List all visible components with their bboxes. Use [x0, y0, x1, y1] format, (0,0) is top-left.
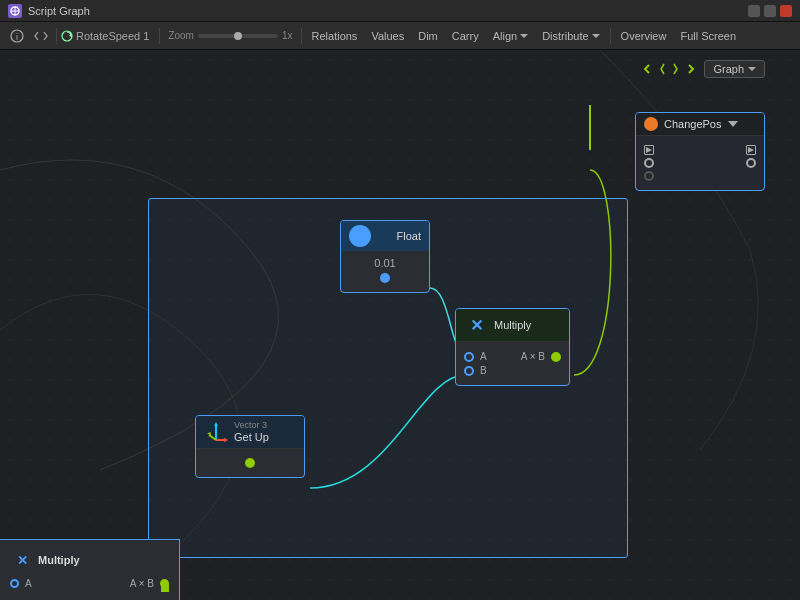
toolbar: i RotateSpeed 1 Zoom 1x Relations Values… [0, 22, 800, 50]
multiply-port-b-row: B [464, 365, 561, 376]
title-bar: Script Graph [0, 0, 800, 22]
changepos-flow-out[interactable] [746, 145, 756, 155]
node-multiply-header: ✕ Multiply [456, 309, 569, 342]
zoom-thumb [234, 32, 242, 40]
node-float-title: Float [397, 230, 421, 242]
minimize-button[interactable] [748, 5, 760, 17]
popup-port-a-row: A A × B [10, 578, 169, 589]
node-changepos-header: ChangePos [636, 113, 764, 136]
popup-multiply-icon: ✕ [10, 548, 34, 572]
toolbar-separator-3 [301, 28, 302, 44]
graph-nav-right[interactable] [680, 58, 702, 80]
overview-button[interactable]: Overview [615, 25, 673, 47]
popup-port-a[interactable] [10, 579, 19, 588]
rotate-speed-value: RotateSpeed 1 [76, 30, 149, 42]
window-title: Script Graph [28, 5, 90, 17]
changepos-icon [644, 117, 658, 131]
node-vector-header: Vector 3 Get Up [196, 416, 304, 449]
multiply-port-result-label: A × B [521, 351, 545, 362]
svg-marker-17 [728, 121, 738, 127]
svg-marker-7 [520, 34, 528, 38]
toolbar-separator-2 [159, 28, 160, 44]
svg-marker-8 [592, 34, 600, 38]
multiply-port-b-label: B [480, 365, 487, 376]
multiply-port-a-row: A A × B [464, 351, 561, 362]
vector-output-port[interactable] [245, 458, 255, 468]
app-icon [8, 4, 22, 18]
node-vector-body [196, 449, 304, 477]
toolbar-separator-1 [56, 28, 57, 44]
float-output-port[interactable] [380, 273, 390, 283]
popup-title: ✕ Multiply [10, 548, 169, 572]
vector-type-label: Vector 3 [234, 420, 269, 430]
svg-marker-12 [214, 422, 218, 426]
node-multiply-body: A A × B B [456, 342, 569, 385]
float-icon [349, 225, 371, 247]
chevron-down-icon [748, 65, 756, 73]
multiply-port-b-input[interactable] [464, 366, 474, 376]
node-float-header: Float [341, 221, 429, 251]
svg-marker-16 [207, 432, 211, 436]
zoom-value: 1x [282, 30, 293, 41]
node-popup: ✕ Multiply A A × B [0, 539, 180, 600]
code-button[interactable] [30, 25, 52, 47]
vector3-icon [204, 420, 228, 444]
graph-dropdown-label: Graph [713, 63, 744, 75]
zoom-slider[interactable] [198, 34, 278, 38]
multiply-port-a-label: A [480, 351, 487, 362]
toolbar-separator-4 [610, 28, 611, 44]
maximize-button[interactable] [764, 5, 776, 17]
svg-marker-18 [646, 147, 652, 153]
popup-green-dot [161, 584, 169, 592]
graph-area[interactable]: Graph Float 0.01 [0, 50, 800, 600]
fullscreen-button[interactable]: Full Screen [674, 25, 742, 47]
zoom-label: Zoom [168, 30, 194, 41]
changepos-extra-row [644, 171, 756, 181]
node-float-body: 0.01 [341, 251, 429, 292]
multiply-icon: ✕ [464, 313, 488, 337]
changepos-input-port[interactable] [644, 158, 654, 168]
changepos-input-row [644, 158, 756, 168]
window-controls [748, 5, 792, 17]
float-value: 0.01 [349, 257, 421, 269]
svg-text:i: i [16, 32, 18, 42]
node-vector-title: Get Up [234, 431, 269, 443]
align-button[interactable]: Align [487, 25, 534, 47]
svg-marker-19 [748, 147, 754, 153]
node-changepos[interactable]: ChangePos [635, 112, 765, 191]
dim-button[interactable]: Dim [412, 25, 444, 47]
node-changepos-body [636, 136, 764, 190]
svg-marker-9 [748, 67, 756, 71]
node-vector[interactable]: Vector 3 Get Up [195, 415, 305, 478]
changepos-flow-in[interactable] [644, 145, 654, 155]
rotate-speed-label: RotateSpeed 1 [61, 30, 149, 42]
close-button[interactable] [780, 5, 792, 17]
graph-code-icon [660, 60, 678, 78]
node-changepos-title: ChangePos [664, 118, 722, 130]
node-multiply-title: Multiply [494, 319, 531, 331]
graph-nav-left[interactable] [636, 58, 658, 80]
svg-marker-14 [224, 438, 228, 442]
node-multiply[interactable]: ✕ Multiply A A × B B [455, 308, 570, 386]
distribute-button[interactable]: Distribute [536, 25, 605, 47]
carry-button[interactable]: Carry [446, 25, 485, 47]
changepos-extra-port[interactable] [644, 171, 654, 181]
info-button[interactable]: i [6, 25, 28, 47]
vector-output-row [204, 458, 296, 468]
graph-nav: Graph [636, 58, 765, 80]
changepos-dropdown-icon [728, 119, 738, 129]
zoom-area: Zoom 1x [168, 30, 292, 41]
multiply-port-result-output[interactable] [551, 352, 561, 362]
multiply-port-a-input[interactable] [464, 352, 474, 362]
values-button[interactable]: Values [365, 25, 410, 47]
relations-button[interactable]: Relations [306, 25, 364, 47]
graph-dropdown[interactable]: Graph [704, 60, 765, 78]
changepos-flow-row [644, 145, 756, 155]
changepos-output-port[interactable] [746, 158, 756, 168]
node-float[interactable]: Float 0.01 [340, 220, 430, 293]
svg-line-15 [209, 435, 216, 440]
